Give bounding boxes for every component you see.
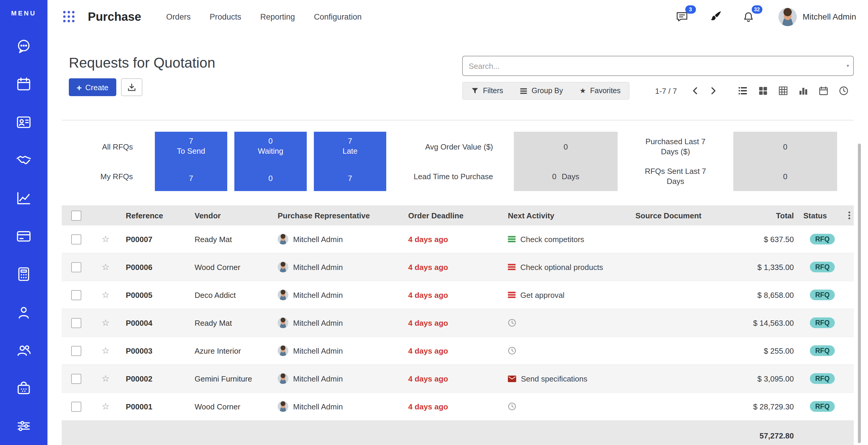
- create-button[interactable]: + Create: [69, 78, 116, 96]
- pivot-view-icon[interactable]: [773, 82, 793, 100]
- favorite-star-icon[interactable]: ☆: [102, 290, 110, 299]
- select-all-checkbox[interactable]: [71, 210, 81, 220]
- tile-waiting[interactable]: 0 Waiting 0: [235, 132, 307, 191]
- activity-cell[interactable]: Get approval: [504, 281, 632, 309]
- activity-cell[interactable]: [504, 392, 632, 420]
- table-row[interactable]: ☆ P00002 Gemini Furniture Mitchell Admin…: [62, 364, 854, 392]
- user-name[interactable]: Mitchell Admin: [802, 12, 856, 21]
- purchase-bag-icon[interactable]: [0, 369, 48, 407]
- table-row[interactable]: ☆ P00007 Ready Mat Mitchell Admin 4 days…: [62, 225, 854, 253]
- row-checkbox[interactable]: [71, 318, 81, 328]
- status-badge: RFQ: [810, 262, 835, 272]
- menu-reporting[interactable]: Reporting: [259, 10, 296, 24]
- messages-icon[interactable]: 3: [674, 8, 690, 25]
- filters-button[interactable]: Filters: [463, 83, 512, 99]
- header-deadline[interactable]: Order Deadline: [405, 205, 504, 225]
- apps-grid-icon[interactable]: [62, 9, 76, 24]
- deadline-cell: 4 days ago: [405, 392, 504, 420]
- notifications-bell-icon[interactable]: 32: [740, 8, 757, 25]
- menu-products[interactable]: Products: [209, 10, 243, 24]
- rfqs-sent-last-7-days-label: RFQs Sent Last 7 Days: [637, 161, 714, 191]
- discuss-icon[interactable]: [0, 27, 48, 65]
- sales-chart-icon[interactable]: [0, 179, 48, 217]
- pager-next-button[interactable]: [704, 83, 722, 99]
- deadline-cell: 4 days ago: [405, 309, 504, 337]
- rep-cell: Mitchell Admin: [274, 225, 405, 253]
- row-checkbox[interactable]: [71, 346, 81, 356]
- activity-cell[interactable]: [504, 337, 632, 364]
- header-rep[interactable]: Purchase Representative: [274, 205, 405, 225]
- paintbrush-icon[interactable]: [707, 8, 723, 25]
- export-button[interactable]: [121, 78, 143, 96]
- table-row[interactable]: ☆ P00004 Ready Mat Mitchell Admin 4 days…: [62, 309, 854, 337]
- header-vendor[interactable]: Vendor: [191, 205, 274, 225]
- pager: 1-7 / 7: [655, 86, 677, 95]
- app-name[interactable]: Purchase: [88, 10, 141, 24]
- members-icon[interactable]: [0, 331, 48, 369]
- purchased-last-7-days-label: Purchased Last 7 Days ($): [637, 132, 714, 161]
- source-cell: [632, 364, 727, 392]
- activity-clock-icon: [508, 402, 516, 411]
- user-avatar[interactable]: [778, 7, 797, 26]
- favorite-star-icon[interactable]: ☆: [102, 345, 110, 355]
- header-activity[interactable]: Next Activity: [504, 205, 632, 225]
- favorite-star-icon[interactable]: ☆: [102, 317, 110, 327]
- handshake-icon[interactable]: [0, 141, 48, 179]
- favorite-star-icon[interactable]: ☆: [102, 373, 110, 383]
- tile-to-send[interactable]: 7 To Send 7: [155, 132, 227, 191]
- deadline-cell: 4 days ago: [405, 337, 504, 364]
- menu-configuration[interactable]: Configuration: [313, 10, 363, 24]
- table-row[interactable]: ☆ P00006 Wood Corner Mitchell Admin 4 da…: [62, 253, 854, 281]
- list-view-icon[interactable]: [733, 82, 753, 100]
- table-row[interactable]: ☆ P00003 Azure Interior Mitchell Admin 4…: [62, 337, 854, 364]
- row-checkbox[interactable]: [71, 374, 81, 384]
- settings-sliders-icon[interactable]: [0, 407, 48, 445]
- metric-tile-2[interactable]: 0 0: [733, 132, 837, 191]
- activity-cell[interactable]: [504, 309, 632, 337]
- search-caret-icon[interactable]: ▾: [847, 63, 849, 68]
- plus-icon: +: [76, 83, 82, 92]
- favorite-star-icon[interactable]: ☆: [102, 262, 110, 272]
- calendar-view-icon[interactable]: [813, 82, 834, 100]
- favorite-star-icon[interactable]: ☆: [102, 234, 110, 244]
- contacts-icon[interactable]: [0, 103, 48, 141]
- header-source[interactable]: Source Document: [632, 205, 727, 225]
- activity-cell[interactable]: Check competitors: [504, 225, 632, 253]
- calculator-icon[interactable]: [0, 255, 48, 293]
- header-status[interactable]: Status: [800, 205, 854, 225]
- metric-tile-1[interactable]: 0 0 Days: [514, 132, 618, 191]
- row-checkbox[interactable]: [71, 290, 81, 300]
- activity-cell[interactable]: Check optional products: [504, 253, 632, 281]
- row-checkbox[interactable]: [71, 234, 81, 244]
- favorite-star-icon[interactable]: ☆: [102, 401, 110, 411]
- group-by-button[interactable]: Group By: [512, 83, 571, 99]
- employee-icon[interactable]: [0, 293, 48, 331]
- activity-cell[interactable]: Send specifications: [504, 364, 632, 392]
- reference-cell: P00002: [119, 364, 191, 392]
- row-checkbox[interactable]: [71, 402, 81, 411]
- header-reference[interactable]: Reference: [119, 205, 191, 225]
- scrollbar-thumb[interactable]: [858, 144, 861, 443]
- deadline-cell: 4 days ago: [405, 364, 504, 392]
- header-total[interactable]: Total: [727, 205, 800, 225]
- graph-view-icon[interactable]: [793, 82, 813, 100]
- table-row[interactable]: ☆ P00001 Wood Corner Mitchell Admin 4 da…: [62, 392, 854, 420]
- kanban-view-icon[interactable]: [753, 82, 773, 100]
- menu-toggle[interactable]: MENU: [11, 0, 36, 26]
- pager-previous-button[interactable]: [686, 83, 704, 99]
- row-checkbox[interactable]: [71, 262, 81, 272]
- menu-orders[interactable]: Orders: [165, 10, 192, 24]
- optional-columns-icon[interactable]: [847, 210, 852, 221]
- select-all-checkbox-cell: [62, 205, 93, 225]
- search-input[interactable]: [462, 56, 854, 76]
- favorites-button[interactable]: ★ Favorites: [571, 83, 629, 99]
- tile-late[interactable]: 7 Late 7: [314, 132, 386, 191]
- all-rfqs-link[interactable]: All RFQs: [62, 132, 133, 161]
- activity-clock-icon: [508, 347, 516, 355]
- my-rfqs-link[interactable]: My RFQs: [62, 161, 133, 191]
- table-row[interactable]: ☆ P00005 Deco Addict Mitchell Admin 4 da…: [62, 281, 854, 309]
- status-badge: RFQ: [810, 317, 835, 328]
- activity-view-icon[interactable]: [834, 82, 854, 100]
- credit-card-icon[interactable]: [0, 217, 48, 255]
- calendar-icon[interactable]: [0, 65, 48, 103]
